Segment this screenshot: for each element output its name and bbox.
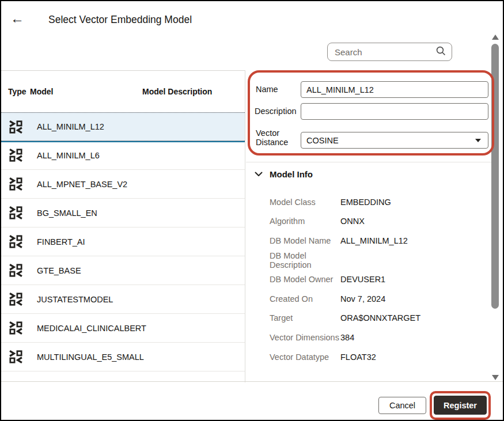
model-info-label: DB Model Description — [246, 251, 340, 270]
column-header-model-description: Model Description — [142, 87, 245, 96]
column-header-type: Type — [1, 87, 30, 96]
table-row[interactable]: MEDICALAI_CLINICALBERT — [1, 314, 245, 343]
scroll-down-icon[interactable] — [492, 375, 499, 380]
collapse-chevron-icon — [255, 172, 263, 177]
chevron-down-icon — [475, 139, 481, 142]
model-info-row: TargetORA$ONNXTARGET — [246, 309, 488, 328]
model-info-label: DB Model Owner — [246, 275, 340, 284]
scrollbar — [491, 33, 500, 381]
model-type-icon — [8, 206, 23, 221]
model-type-icon — [8, 119, 23, 134]
model-info-row: DB Model Description — [246, 251, 488, 270]
model-info-label: Target — [246, 313, 340, 323]
model-info-row: Created OnNov 7, 2024 — [246, 289, 488, 309]
model-info-label: Created On — [246, 294, 340, 304]
form-info-divider — [246, 162, 491, 162]
model-info-label: Model Class — [246, 198, 340, 207]
table-row[interactable]: MULTILINGUAL_E5_SMALL — [1, 343, 245, 371]
model-info-value: ORA$ONNXTARGET — [340, 313, 420, 323]
model-info-section-header[interactable]: Model Info — [255, 169, 313, 179]
model-type-icon — [8, 148, 23, 163]
name-label: Name — [256, 85, 278, 94]
model-info-rows: Model ClassEMBEDDINGAlgorithmONNXDB Mode… — [246, 192, 488, 366]
model-name-cell: ALL_MINILM_L12 — [37, 122, 104, 131]
select-vector-embedding-model-dialog: ← Select Vector Embedding Model Type Mod… — [0, 0, 504, 421]
footer-divider — [1, 381, 503, 382]
model-info-title: Model Info — [270, 169, 313, 179]
table-row[interactable]: BG_SMALL_EN — [1, 199, 245, 227]
register-button[interactable]: Register — [434, 396, 487, 415]
model-name-cell: MEDICALAI_CLINICALBERT — [37, 324, 146, 333]
table-row[interactable]: FINBERT_AI — [1, 227, 245, 256]
search-input[interactable] — [334, 47, 436, 58]
model-info-label: Algorithm — [246, 217, 340, 226]
scrollbar-thumb[interactable] — [491, 44, 499, 309]
model-info-label: Vector Datatype — [246, 352, 340, 362]
model-info-label: Vector Dimensions — [246, 333, 340, 342]
scroll-up-icon[interactable] — [492, 35, 499, 40]
model-table-body: ALL_MINILM_L12ALL_MINILM_L6ALL_MPNET_BAS… — [1, 112, 245, 371]
model-type-icon — [8, 263, 23, 278]
back-arrow-icon[interactable]: ← — [10, 12, 24, 25]
table-row[interactable]: GTE_BASE — [1, 256, 245, 285]
search-box — [327, 43, 452, 61]
table-row[interactable]: ALL_MINILM_L12 — [1, 112, 245, 141]
model-info-value: 384 — [340, 333, 354, 342]
model-info-value: FLOAT32 — [340, 352, 376, 362]
table-header: Type Model Model Description — [1, 71, 245, 112]
model-name-cell: MULTILINGUAL_E5_SMALL — [37, 352, 144, 362]
table-row[interactable]: ALL_MINILM_L6 — [1, 141, 245, 170]
cancel-button[interactable]: Cancel — [378, 397, 426, 414]
panel-vertical-divider — [245, 70, 245, 382]
model-name-cell: ALL_MPNET_BASE_V2 — [37, 180, 127, 189]
vector-distance-label: Vector Distance — [256, 128, 288, 147]
vector-distance-select[interactable]: COSINE — [301, 132, 488, 149]
model-info-value: ALL_MINILM_L12 — [340, 236, 408, 245]
model-type-icon — [8, 177, 23, 192]
model-info-row: AlgorithmONNX — [246, 212, 488, 232]
vector-distance-value: COSINE — [306, 136, 475, 145]
model-info-value: DEVUSER1 — [340, 275, 385, 284]
description-field[interactable] — [301, 103, 488, 120]
model-type-icon — [8, 234, 23, 249]
model-type-icon — [8, 292, 23, 307]
model-info-label: DB Model Name — [246, 236, 340, 245]
page-title: Select Vector Embedding Model — [48, 14, 192, 26]
model-type-icon — [8, 321, 23, 336]
model-info-row: DB Model OwnerDEVUSER1 — [246, 270, 488, 289]
model-info-row: Vector Dimensions384 — [246, 328, 488, 347]
model-info-value: Nov 7, 2024 — [340, 294, 385, 304]
search-icon[interactable] — [436, 46, 446, 58]
table-row[interactable]: JUSTATESTMODEL — [1, 285, 245, 314]
name-field[interactable] — [301, 81, 488, 98]
model-info-row: Vector DatatypeFLOAT32 — [246, 347, 488, 367]
model-name-cell: ALL_MINILM_L6 — [37, 151, 100, 160]
model-name-cell: FINBERT_AI — [37, 237, 85, 246]
model-name-cell: BG_SMALL_EN — [37, 208, 97, 218]
description-label: Description — [255, 107, 297, 116]
model-type-icon — [8, 350, 23, 365]
model-info-row: Model ClassEMBEDDING — [246, 192, 488, 212]
model-info-row: DB Model NameALL_MINILM_L12 — [246, 231, 488, 251]
model-info-value: EMBEDDING — [340, 198, 391, 207]
model-info-value: ONNX — [340, 217, 365, 226]
model-name-cell: GTE_BASE — [37, 266, 81, 275]
column-header-model: Model — [30, 87, 142, 96]
table-row[interactable]: ALL_MPNET_BASE_V2 — [1, 170, 245, 199]
model-name-cell: JUSTATESTMODEL — [37, 295, 113, 304]
